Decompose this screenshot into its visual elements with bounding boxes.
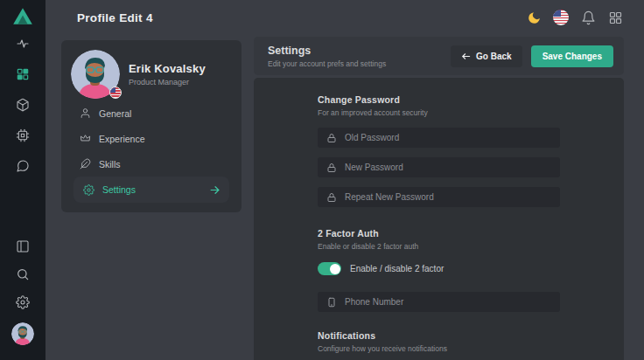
page-title: Profile Edit 4 <box>77 11 153 24</box>
rail-user-avatar[interactable] <box>11 322 34 345</box>
section-subtitle: Configure how you receive notifications <box>318 344 560 353</box>
section-subtitle: Enable or disable 2 factor auth <box>318 242 560 251</box>
profile-menu: General Experience Skills Settings <box>61 99 242 203</box>
menu-item-label: Skills <box>99 159 121 170</box>
profile-card: Erik Kovalsky Product Manager General Ex… <box>61 40 242 212</box>
settings-gear-icon <box>83 184 94 196</box>
toggle-knob <box>330 264 340 274</box>
dashboard-grid-icon[interactable] <box>15 66 31 82</box>
profile-role: Product Manager <box>129 78 206 87</box>
old-password-input[interactable] <box>345 133 551 142</box>
toggle-label: Enable / disable 2 factor <box>350 264 444 273</box>
settings-header: Settings Edit your account prefs and set… <box>254 37 624 75</box>
old-password-field[interactable] <box>318 128 560 148</box>
new-password-input[interactable] <box>345 163 551 172</box>
repeat-password-input[interactable] <box>345 192 551 202</box>
profile-name: Erik Kovalsky <box>129 62 206 75</box>
two-factor-toggle-row: Enable / disable 2 factor <box>318 262 560 275</box>
arrow-left-icon <box>461 52 471 61</box>
go-back-label: Go Back <box>476 52 512 61</box>
section-title: Change Password <box>318 94 560 105</box>
menu-item-label: General <box>99 108 131 119</box>
go-back-button[interactable]: Go Back <box>451 45 522 67</box>
lock-icon <box>326 163 337 173</box>
activity-icon[interactable] <box>15 36 31 52</box>
menu-item-label: Experience <box>99 134 145 144</box>
profile-card-header: Erik Kovalsky Product Manager <box>61 40 242 99</box>
menu-item-experience[interactable]: Experience <box>74 126 229 151</box>
cpu-icon[interactable] <box>15 128 31 143</box>
bell-icon[interactable] <box>580 10 596 25</box>
menu-item-settings[interactable]: Settings <box>74 177 229 203</box>
moon-icon[interactable] <box>526 10 542 25</box>
us-flag-icon[interactable] <box>553 10 569 25</box>
user-icon <box>80 107 91 119</box>
feather-icon <box>80 158 91 170</box>
phone-number-field[interactable] <box>318 292 560 312</box>
menu-item-skills[interactable]: Skills <box>74 151 229 177</box>
box-icon[interactable] <box>15 97 31 113</box>
chat-icon[interactable] <box>15 158 31 174</box>
search-icon[interactable] <box>15 267 31 282</box>
settings-header-titles: Settings Edit your account prefs and set… <box>268 45 386 68</box>
section-title: 2 Factor Auth <box>318 228 560 239</box>
topbar: Profile Edit 4 <box>46 0 644 35</box>
repeat-password-field[interactable] <box>318 187 560 207</box>
panel-icon[interactable] <box>15 239 31 254</box>
section-change-password: Change Password For an improved account … <box>318 94 560 207</box>
section-notifications: Notifications Configure how you receive … <box>318 330 560 353</box>
gear-icon[interactable] <box>15 294 31 310</box>
apps-grid-icon[interactable] <box>607 10 623 25</box>
settings-title: Settings <box>268 45 386 57</box>
avatar-country-flag-badge <box>109 87 122 99</box>
settings-body: Change Password For an improved account … <box>254 78 624 360</box>
avatar <box>71 50 120 99</box>
section-title: Notifications <box>318 330 560 341</box>
settings-header-buttons: Go Back Save Changes <box>451 45 613 67</box>
settings-subtitle: Edit your account prefs and settings <box>268 59 386 68</box>
menu-item-label: Settings <box>102 184 136 195</box>
section-two-factor: 2 Factor Auth Enable or disable 2 factor… <box>318 228 560 312</box>
section-subtitle: For an improved account security <box>318 108 560 117</box>
crown-icon <box>80 133 91 144</box>
lock-icon <box>326 133 337 143</box>
menu-item-general[interactable]: General <box>74 100 229 126</box>
lock-icon <box>326 192 337 203</box>
profile-info: Erik Kovalsky Product Manager <box>129 62 206 87</box>
new-password-field[interactable] <box>318 157 560 177</box>
smartphone-icon <box>326 297 337 308</box>
two-factor-toggle[interactable] <box>318 262 341 275</box>
save-changes-button[interactable]: Save Changes <box>531 45 613 67</box>
icon-rail <box>0 0 46 360</box>
settings-content: Change Password For an improved account … <box>318 78 560 353</box>
arrow-right-icon <box>209 184 229 196</box>
topbar-actions <box>526 10 644 25</box>
phone-number-input[interactable] <box>345 297 551 307</box>
app-logo-triangle-icon[interactable] <box>11 5 34 28</box>
